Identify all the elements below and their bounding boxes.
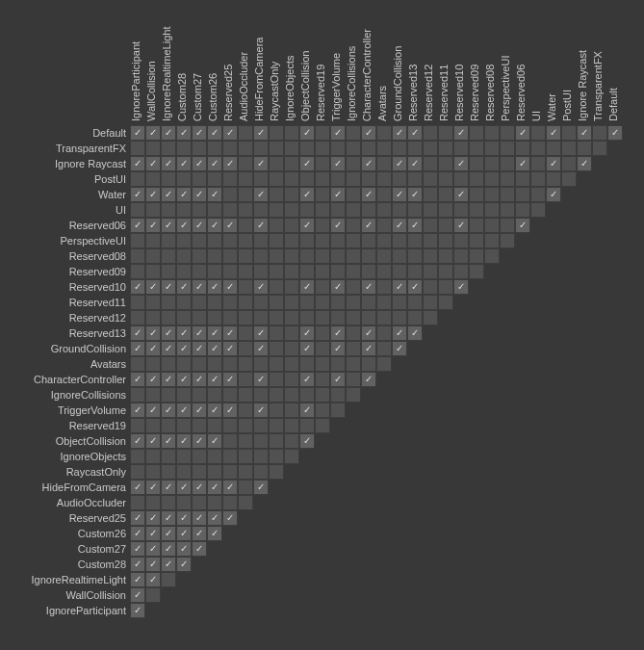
collision-checkbox[interactable] bbox=[253, 295, 269, 310]
collision-checkbox[interactable]: ✓ bbox=[515, 218, 530, 233]
collision-checkbox[interactable] bbox=[315, 372, 330, 387]
collision-checkbox[interactable]: ✓ bbox=[192, 372, 207, 387]
collision-checkbox[interactable]: ✓ bbox=[192, 433, 207, 449]
collision-checkbox[interactable] bbox=[238, 279, 253, 295]
collision-checkbox[interactable] bbox=[192, 264, 207, 279]
collision-checkbox[interactable] bbox=[376, 356, 392, 372]
collision-checkbox[interactable] bbox=[238, 202, 253, 218]
collision-checkbox[interactable]: ✓ bbox=[161, 480, 176, 495]
collision-checkbox[interactable] bbox=[423, 233, 438, 248]
collision-checkbox[interactable] bbox=[423, 141, 438, 156]
collision-checkbox[interactable]: ✓ bbox=[407, 325, 423, 341]
collision-checkbox[interactable] bbox=[192, 387, 207, 403]
collision-checkbox[interactable] bbox=[145, 141, 161, 156]
collision-checkbox[interactable] bbox=[392, 264, 407, 279]
collision-checkbox[interactable] bbox=[484, 141, 500, 156]
collision-checkbox[interactable] bbox=[192, 356, 207, 372]
collision-checkbox[interactable]: ✓ bbox=[207, 218, 222, 233]
collision-checkbox[interactable] bbox=[269, 279, 284, 295]
collision-checkbox[interactable] bbox=[423, 264, 438, 279]
collision-checkbox[interactable]: ✓ bbox=[299, 325, 315, 341]
collision-checkbox[interactable] bbox=[238, 171, 253, 187]
collision-checkbox[interactable] bbox=[238, 480, 253, 495]
collision-checkbox[interactable] bbox=[238, 248, 253, 264]
collision-checkbox[interactable] bbox=[438, 156, 453, 171]
collision-checkbox[interactable]: ✓ bbox=[192, 341, 207, 356]
collision-checkbox[interactable] bbox=[407, 248, 423, 264]
collision-checkbox[interactable] bbox=[145, 418, 161, 433]
collision-checkbox[interactable]: ✓ bbox=[299, 279, 315, 295]
collision-checkbox[interactable]: ✓ bbox=[192, 325, 207, 341]
collision-checkbox[interactable] bbox=[423, 248, 438, 264]
collision-checkbox[interactable]: ✓ bbox=[330, 341, 346, 356]
collision-checkbox[interactable] bbox=[253, 418, 269, 433]
collision-checkbox[interactable]: ✓ bbox=[145, 187, 161, 202]
collision-checkbox[interactable] bbox=[253, 433, 269, 449]
collision-checkbox[interactable] bbox=[407, 264, 423, 279]
collision-checkbox[interactable] bbox=[407, 202, 423, 218]
collision-checkbox[interactable]: ✓ bbox=[299, 156, 315, 171]
collision-checkbox[interactable] bbox=[530, 125, 546, 141]
collision-checkbox[interactable] bbox=[238, 418, 253, 433]
collision-checkbox[interactable] bbox=[284, 141, 299, 156]
collision-checkbox[interactable]: ✓ bbox=[176, 341, 192, 356]
collision-checkbox[interactable] bbox=[145, 233, 161, 248]
collision-checkbox[interactable] bbox=[500, 156, 515, 171]
collision-checkbox[interactable] bbox=[438, 248, 453, 264]
collision-checkbox[interactable] bbox=[438, 264, 453, 279]
collision-checkbox[interactable] bbox=[145, 356, 161, 372]
collision-checkbox[interactable] bbox=[346, 372, 361, 387]
collision-checkbox[interactable] bbox=[330, 310, 346, 325]
collision-checkbox[interactable] bbox=[330, 171, 346, 187]
collision-checkbox[interactable] bbox=[238, 387, 253, 403]
collision-checkbox[interactable]: ✓ bbox=[299, 187, 315, 202]
collision-checkbox[interactable] bbox=[346, 264, 361, 279]
collision-checkbox[interactable] bbox=[346, 387, 361, 403]
collision-checkbox[interactable] bbox=[361, 141, 376, 156]
collision-checkbox[interactable] bbox=[269, 141, 284, 156]
collision-checkbox[interactable] bbox=[315, 341, 330, 356]
collision-checkbox[interactable] bbox=[392, 248, 407, 264]
collision-checkbox[interactable] bbox=[438, 218, 453, 233]
collision-checkbox[interactable] bbox=[407, 233, 423, 248]
collision-checkbox[interactable] bbox=[361, 202, 376, 218]
collision-checkbox[interactable] bbox=[207, 387, 222, 403]
collision-checkbox[interactable] bbox=[269, 418, 284, 433]
collision-checkbox[interactable] bbox=[361, 356, 376, 372]
collision-checkbox[interactable] bbox=[423, 218, 438, 233]
collision-checkbox[interactable] bbox=[130, 387, 145, 403]
collision-checkbox[interactable] bbox=[423, 202, 438, 218]
collision-checkbox[interactable]: ✓ bbox=[130, 587, 145, 603]
collision-checkbox[interactable] bbox=[222, 295, 238, 310]
collision-checkbox[interactable] bbox=[376, 279, 392, 295]
collision-checkbox[interactable]: ✓ bbox=[361, 156, 376, 171]
collision-checkbox[interactable]: ✓ bbox=[330, 372, 346, 387]
collision-checkbox[interactable] bbox=[269, 264, 284, 279]
collision-checkbox[interactable] bbox=[299, 387, 315, 403]
collision-checkbox[interactable]: ✓ bbox=[130, 526, 145, 541]
collision-checkbox[interactable] bbox=[222, 141, 238, 156]
collision-checkbox[interactable] bbox=[453, 141, 469, 156]
collision-checkbox[interactable] bbox=[269, 449, 284, 464]
collision-checkbox[interactable]: ✓ bbox=[207, 325, 222, 341]
collision-checkbox[interactable] bbox=[284, 279, 299, 295]
collision-checkbox[interactable] bbox=[253, 202, 269, 218]
collision-checkbox[interactable] bbox=[176, 449, 192, 464]
collision-checkbox[interactable] bbox=[438, 279, 453, 295]
collision-checkbox[interactable]: ✓ bbox=[130, 510, 145, 526]
collision-checkbox[interactable] bbox=[222, 171, 238, 187]
collision-checkbox[interactable]: ✓ bbox=[392, 156, 407, 171]
collision-checkbox[interactable] bbox=[176, 356, 192, 372]
collision-checkbox[interactable] bbox=[469, 248, 484, 264]
collision-checkbox[interactable]: ✓ bbox=[130, 279, 145, 295]
collision-checkbox[interactable]: ✓ bbox=[176, 541, 192, 557]
collision-checkbox[interactable] bbox=[284, 218, 299, 233]
collision-checkbox[interactable] bbox=[222, 433, 238, 449]
collision-checkbox[interactable]: ✓ bbox=[176, 510, 192, 526]
collision-checkbox[interactable] bbox=[176, 233, 192, 248]
collision-checkbox[interactable]: ✓ bbox=[253, 403, 269, 418]
collision-checkbox[interactable]: ✓ bbox=[161, 187, 176, 202]
collision-checkbox[interactable] bbox=[130, 248, 145, 264]
collision-checkbox[interactable] bbox=[438, 125, 453, 141]
collision-checkbox[interactable] bbox=[269, 218, 284, 233]
